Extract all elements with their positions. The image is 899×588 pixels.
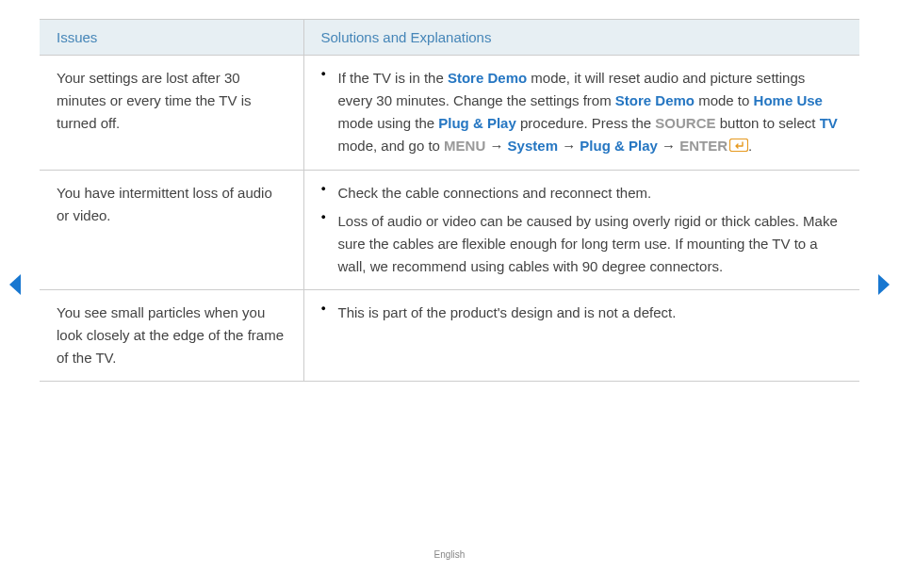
- solution-item: Check the cable connections and reconnec…: [321, 182, 843, 204]
- button-name: SOURCE: [655, 115, 715, 131]
- table-row: You have intermittent loss of audio or v…: [40, 171, 859, 290]
- solution-item: This is part of the product's design and…: [321, 302, 843, 324]
- troubleshooting-table: Issues Solutions and Explanations Your s…: [40, 19, 859, 382]
- solution-text: →: [558, 138, 580, 154]
- issue-cell: Your settings are lost after 30 minutes …: [40, 56, 303, 171]
- highlight-term: Store Demo: [615, 92, 695, 108]
- solution-text: Loss of audio or video can be caused by …: [338, 213, 838, 274]
- solution-item: Loss of audio or video can be caused by …: [321, 210, 843, 278]
- content-area: Issues Solutions and Explanations Your s…: [0, 0, 899, 382]
- enter-button-icon: [729, 136, 748, 158]
- next-page-arrow[interactable]: [876, 273, 891, 299]
- solution-text: mode, and go to: [338, 138, 445, 154]
- solution-text: procedure. Press the: [516, 115, 656, 131]
- highlight-term: Plug & Play: [580, 138, 658, 154]
- solution-text: mode using the: [338, 115, 439, 131]
- issue-cell: You have intermittent loss of audio or v…: [40, 171, 303, 290]
- solution-list: If the TV is in the Store Demo mode, it …: [321, 67, 843, 158]
- highlight-term: System: [508, 138, 558, 154]
- solution-text: Check the cable connections and reconnec…: [338, 185, 652, 201]
- solution-text: →: [485, 138, 507, 154]
- solution-text: If the TV is in the: [338, 70, 448, 86]
- chevron-left-icon: [8, 273, 23, 296]
- highlight-term: Store Demo: [448, 70, 527, 86]
- solution-list: Check the cable connections and reconnec…: [321, 182, 843, 278]
- page-language-footer: English: [0, 549, 899, 560]
- solution-cell: Check the cable connections and reconnec…: [303, 171, 859, 290]
- column-header-solutions: Solutions and Explanations: [303, 20, 859, 56]
- solution-text: .: [748, 138, 752, 154]
- svg-marker-2: [878, 274, 890, 295]
- button-name: MENU: [444, 138, 485, 154]
- chevron-right-icon: [876, 273, 891, 296]
- solution-list: This is part of the product's design and…: [321, 302, 843, 324]
- svg-marker-0: [9, 274, 21, 295]
- highlight-term: Plug & Play: [438, 115, 516, 131]
- highlight-term: Home Use: [754, 92, 823, 108]
- solution-text: mode to: [695, 92, 754, 108]
- solution-item: If the TV is in the Store Demo mode, it …: [321, 67, 843, 158]
- table-row: Your settings are lost after 30 minutes …: [40, 56, 859, 171]
- issue-cell: You see small particles when you look cl…: [40, 290, 303, 382]
- solution-text: →: [658, 138, 679, 154]
- highlight-term: TV: [820, 115, 838, 131]
- prev-page-arrow[interactable]: [8, 273, 23, 299]
- column-header-issues: Issues: [40, 20, 303, 56]
- table-row: You see small particles when you look cl…: [40, 290, 859, 382]
- button-name: ENTER: [679, 138, 727, 154]
- solution-cell: If the TV is in the Store Demo mode, it …: [303, 56, 859, 171]
- solution-text: This is part of the product's design and…: [338, 304, 677, 320]
- svg-rect-1: [730, 139, 748, 152]
- solution-cell: This is part of the product's design and…: [303, 290, 859, 382]
- solution-text: button to select: [716, 115, 820, 131]
